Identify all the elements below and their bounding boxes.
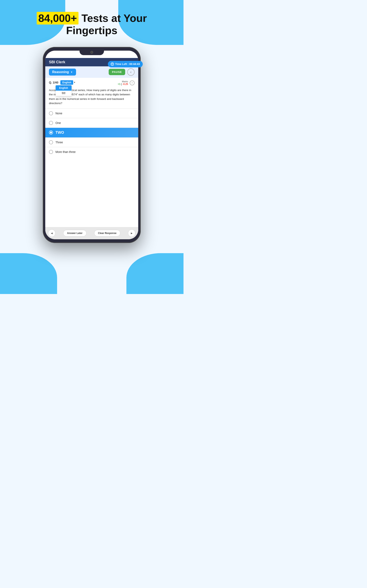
option-three-label: Three [55, 141, 63, 144]
back-button[interactable]: ‹ [127, 68, 134, 76]
subject-name: Reasoning [52, 70, 69, 74]
prev-button[interactable]: ◄ [48, 229, 55, 237]
subject-dropdown[interactable]: Reasoning ▼ [49, 69, 76, 76]
marks-values: +1 | -0.25 [118, 83, 128, 86]
language-selector: English ▾ English हिंदी [60, 80, 75, 85]
clear-response-button[interactable]: Clear Response [94, 230, 120, 236]
bg-decoration-br [126, 253, 184, 294]
dropdown-arrow-icon: ▼ [71, 71, 73, 73]
language-arrow-icon: ▾ [74, 81, 75, 84]
bg-decoration-bl [0, 253, 57, 294]
q-num-lang: Q. 1/40 English ▾ English हिंदी [49, 80, 75, 85]
radio-three [49, 140, 53, 144]
language-english-button[interactable]: English [60, 80, 73, 85]
answer-later-button[interactable]: Answer Later [63, 230, 86, 236]
option-two[interactable]: TWO [45, 128, 138, 138]
question-number: Q. 1/40 [49, 81, 58, 84]
phone-camera [90, 51, 93, 54]
marks-label: Marks [118, 80, 128, 83]
radio-none [49, 111, 53, 115]
question-meta: Q. 1/40 English ▾ English हिंदी [45, 78, 138, 87]
option-one[interactable]: One [45, 118, 138, 128]
option-three[interactable]: Three [45, 138, 138, 147]
subject-bar: Reasoning ▼ PAUSE ‹ [45, 66, 138, 78]
subject-bar-right: PAUSE ‹ [109, 68, 134, 76]
option-one-label: One [55, 121, 61, 125]
marks-info: Marks +1 | -0.25 ! [118, 80, 134, 86]
option-more-than-three-label: More than three [55, 150, 76, 154]
info-icon[interactable]: ! [130, 80, 134, 85]
options-list: None One TWO [45, 108, 138, 227]
next-button[interactable]: ► [128, 229, 135, 237]
phone-screen: SBI Clerk Reasoning ▼ PAUSE ‹ [45, 51, 138, 239]
headline-highlight: 84,000+ [37, 12, 78, 25]
time-left-label: Time Left : 00:44:43 [115, 62, 140, 66]
radio-more-than-three [49, 150, 53, 154]
page-headline: 84,000+ Tests at Your Fingertips [20, 12, 163, 37]
phone-notch [80, 49, 104, 55]
option-more-than-three[interactable]: More than three [45, 147, 138, 156]
marks-positive: +1 [118, 83, 120, 86]
phone-shell: SBI Clerk Reasoning ▼ PAUSE ‹ [43, 47, 141, 243]
lang-option-english[interactable]: English [56, 85, 72, 91]
bottom-navigation: ◄ Answer Later Clear Response ► [45, 227, 138, 239]
radio-one [49, 121, 53, 125]
timer-icon: ⏱ [111, 62, 114, 66]
pause-button[interactable]: PAUSE [109, 69, 125, 75]
phone-mockup: ⏱ Time Left : 00:44:43 SBI Clerk [43, 47, 141, 243]
radio-two-inner [50, 131, 52, 134]
language-dropdown-menu: English हिंदी [55, 85, 72, 96]
radio-two [49, 130, 53, 135]
option-none[interactable]: None [45, 108, 138, 118]
time-left-badge: ⏱ Time Left : 00:44:43 [108, 61, 143, 67]
lang-option-hindi[interactable]: हिंदी [56, 91, 72, 96]
app-title: SBI Clerk [49, 60, 65, 64]
option-none-label: None [55, 112, 62, 115]
marks-negative: -0.25 [123, 83, 128, 86]
marks-box: Marks +1 | -0.25 [118, 80, 128, 86]
option-two-label: TWO [55, 130, 64, 135]
